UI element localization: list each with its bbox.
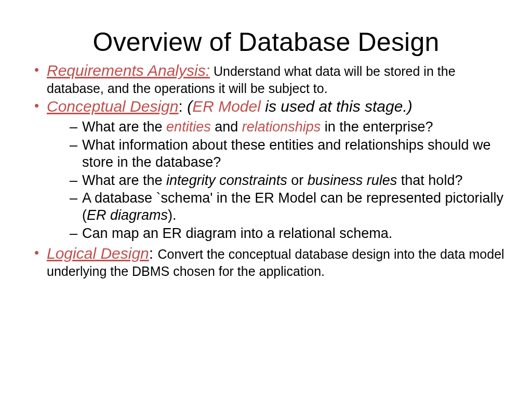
t: ). (168, 207, 177, 223)
t: Can map an ER diagram into a relational … (82, 225, 392, 241)
hl-entities: entities (166, 119, 211, 135)
sub-info: What information about these entities an… (70, 137, 512, 171)
it-er-diagrams: ER diagrams (87, 207, 168, 223)
colon: : (149, 245, 158, 262)
it-business: business rules (308, 172, 397, 188)
hl-relationships: relationships (242, 119, 321, 135)
t: and (211, 119, 242, 135)
bullet-logical: Logical Design: Convert the conceptual d… (34, 244, 512, 279)
slide: Overview of Database Design Requirements… (0, 0, 532, 399)
keyword-logical: Logical Design (47, 245, 149, 262)
bullet-list: Requirements Analysis: Understand what d… (20, 61, 512, 279)
paren-rest: is used at this stage.) (261, 98, 413, 115)
sub-list: What are the entities and relationships … (47, 118, 512, 243)
bullet-requirements: Requirements Analysis: Understand what d… (34, 61, 512, 96)
t: What information about these entities an… (82, 137, 490, 170)
t: in the enterprise? (321, 119, 433, 135)
paren-open: ( (187, 98, 192, 115)
bullet-conceptual: Conceptual Design: (ER Model is used at … (34, 97, 512, 242)
sub-map: Can map an ER diagram into a relational … (70, 225, 512, 242)
it-integrity: integrity constraints (166, 172, 287, 188)
t: that hold? (397, 172, 462, 188)
t: or (287, 172, 308, 188)
er-model: ER Model (192, 98, 261, 115)
sub-entities: What are the entities and relationships … (70, 118, 512, 136)
keyword-conceptual: Conceptual Design (47, 98, 179, 115)
t: What are the (82, 172, 166, 188)
colon: : (179, 98, 188, 115)
keyword-requirements: Requirements Analysis: (47, 62, 210, 79)
sub-schema: A database `schema' in the ER Model can … (70, 190, 512, 224)
slide-title: Overview of Database Design (20, 27, 512, 57)
t: What are the (82, 119, 166, 135)
sub-constraints: What are the integrity constraints or bu… (70, 172, 512, 189)
